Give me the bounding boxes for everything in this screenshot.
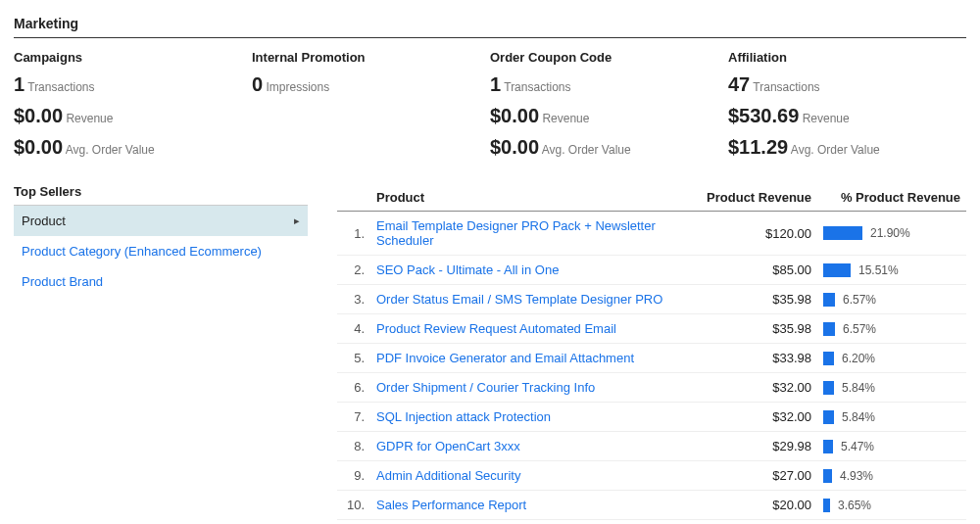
product-name-cell: GDPR for OpenCart 3xxx xyxy=(370,432,701,461)
top-sellers-dimension[interactable]: Product Brand xyxy=(14,266,308,297)
metric-value: 0 xyxy=(252,73,263,95)
metrics-row: Campaigns1 Transactions$0.00 Revenue$0.0… xyxy=(14,50,966,167)
col-revenue[interactable]: Product Revenue xyxy=(701,184,817,212)
metric-label: Revenue xyxy=(63,112,113,125)
metric-line: 1 Transactions xyxy=(490,72,728,96)
product-name-cell: Sales Performance Report xyxy=(370,491,701,520)
product-revenue-cell: $85.00 xyxy=(701,256,817,285)
product-pct-cell: 3.65% xyxy=(817,491,966,520)
divider xyxy=(14,37,966,38)
row-index: 3. xyxy=(337,285,370,314)
product-name-cell: PDF Invoice Generator and Email Attachme… xyxy=(370,344,701,373)
product-link[interactable]: SEO Pack - Ultimate - All in One xyxy=(376,262,559,277)
metric-card[interactable]: Order Coupon Code1 Transactions$0.00 Rev… xyxy=(490,50,728,167)
row-index: 9. xyxy=(337,461,370,491)
product-pct-cell: 6.57% xyxy=(817,314,966,344)
metric-line: $530.69 Revenue xyxy=(728,104,966,127)
metric-value: $11.29 xyxy=(728,136,788,158)
metric-line: $0.00 Avg. Order Value xyxy=(490,135,728,159)
table-row: 3.Order Status Email / SMS Template Desi… xyxy=(337,285,966,314)
col-product[interactable]: Product xyxy=(370,184,701,212)
row-index: 8. xyxy=(337,432,370,461)
product-link[interactable]: Order Status Email / SMS Template Design… xyxy=(376,292,662,307)
top-sellers-panel: Top Sellers Product▸Product Category (En… xyxy=(14,184,308,297)
table-row: 5.PDF Invoice Generator and Email Attach… xyxy=(337,344,966,373)
product-revenue-cell: $120.00 xyxy=(701,212,817,256)
table-row: 6.Order Shipment / Courier Tracking Info… xyxy=(337,373,966,403)
top-sellers-dimension[interactable]: Product▸ xyxy=(14,206,308,236)
dimension-label: Product Category (Enhanced Ecommerce) xyxy=(22,244,262,259)
metric-card[interactable]: Campaigns1 Transactions$0.00 Revenue$0.0… xyxy=(14,50,252,167)
product-link[interactable]: Order Shipment / Courier Tracking Info xyxy=(376,380,595,395)
pct-bar xyxy=(823,381,834,395)
product-link[interactable]: SQL Injection attack Protection xyxy=(376,409,551,424)
top-sellers-title: Top Sellers xyxy=(14,184,308,206)
pct-bar xyxy=(823,293,835,307)
pct-text: 5.84% xyxy=(842,410,875,424)
product-link[interactable]: PDF Invoice Generator and Email Attachme… xyxy=(376,351,634,365)
col-pct[interactable]: % Product Revenue xyxy=(817,184,966,212)
metric-value: 1 xyxy=(14,73,24,95)
metric-label: Avg. Order Value xyxy=(539,143,631,157)
metric-line: $0.00 Avg. Order Value xyxy=(14,135,252,159)
metric-title: Affiliation xyxy=(728,50,966,65)
product-revenue-cell: $33.98 xyxy=(701,344,817,373)
product-pct-cell: 21.90% xyxy=(817,212,966,256)
product-link[interactable]: Email Template Designer PRO Pack + Newsl… xyxy=(376,218,656,248)
pct-bar xyxy=(823,469,832,483)
dimension-label: Product Brand xyxy=(22,274,103,289)
metric-card[interactable]: Affiliation47 Transactions$530.69 Revenu… xyxy=(728,50,966,167)
section-title: Marketing xyxy=(14,16,966,31)
product-name-cell: Email Template Designer PRO Pack + Newsl… xyxy=(370,212,701,256)
product-pct-cell: 15.51% xyxy=(817,256,966,285)
pct-text: 4.93% xyxy=(840,469,873,483)
product-revenue-cell: $32.00 xyxy=(701,403,817,432)
metric-value: $530.69 xyxy=(728,105,799,126)
metric-value: 1 xyxy=(490,73,501,95)
metric-label: Revenue xyxy=(539,112,589,125)
row-index: 5. xyxy=(337,344,370,373)
metric-line: $11.29 Avg. Order Value xyxy=(728,135,966,159)
table-row: 10.Sales Performance Report$20.003.65% xyxy=(337,491,966,520)
product-pct-cell: 5.84% xyxy=(817,403,966,432)
metric-card[interactable]: Internal Promotion0 Impressions xyxy=(252,50,490,167)
product-link[interactable]: GDPR for OpenCart 3xxx xyxy=(376,439,520,453)
table-row: 4.Product Review Request Automated Email… xyxy=(337,314,966,344)
product-revenue-cell: $35.98 xyxy=(701,285,817,314)
table-row: 9.Admin Additional Security$27.004.93% xyxy=(337,461,966,491)
product-link[interactable]: Product Review Request Automated Email xyxy=(376,321,616,336)
pct-text: 6.57% xyxy=(843,322,876,336)
metric-value: 47 xyxy=(728,73,750,95)
product-name-cell: Admin Additional Security xyxy=(370,461,701,491)
pct-bar xyxy=(823,410,834,424)
metric-label: Revenue xyxy=(799,112,849,125)
product-link[interactable]: Sales Performance Report xyxy=(376,498,526,512)
metric-label: Transactions xyxy=(24,80,94,94)
product-pct-cell: 5.84% xyxy=(817,373,966,403)
row-index: 10. xyxy=(337,491,370,520)
metric-title: Order Coupon Code xyxy=(490,50,728,65)
pct-bar xyxy=(823,440,833,453)
pct-text: 5.47% xyxy=(841,440,874,453)
metric-label: Transactions xyxy=(501,80,570,94)
product-name-cell: Product Review Request Automated Email xyxy=(370,314,701,344)
product-name-cell: SQL Injection attack Protection xyxy=(370,403,701,432)
metric-value: $0.00 xyxy=(490,105,539,126)
metric-label: Avg. Order Value xyxy=(788,143,880,157)
metric-line: $0.00 Revenue xyxy=(14,104,252,127)
metric-value: $0.00 xyxy=(14,105,63,126)
chevron-right-icon: ▸ xyxy=(294,214,300,227)
table-row: 7.SQL Injection attack Protection$32.005… xyxy=(337,403,966,432)
pct-text: 6.20% xyxy=(842,352,875,365)
product-name-cell: Order Status Email / SMS Template Design… xyxy=(370,285,701,314)
product-link[interactable]: Admin Additional Security xyxy=(376,468,520,483)
table-row: 2.SEO Pack - Ultimate - All in One$85.00… xyxy=(337,256,966,285)
pct-bar xyxy=(823,499,830,512)
table-row: 1.Email Template Designer PRO Pack + New… xyxy=(337,212,966,256)
pct-bar xyxy=(823,322,835,336)
product-pct-cell: 6.57% xyxy=(817,285,966,314)
metric-line: 0 Impressions xyxy=(252,72,490,96)
row-index: 4. xyxy=(337,314,370,344)
top-sellers-dimension[interactable]: Product Category (Enhanced Ecommerce) xyxy=(14,236,308,266)
product-revenue-cell: $27.00 xyxy=(701,461,817,491)
